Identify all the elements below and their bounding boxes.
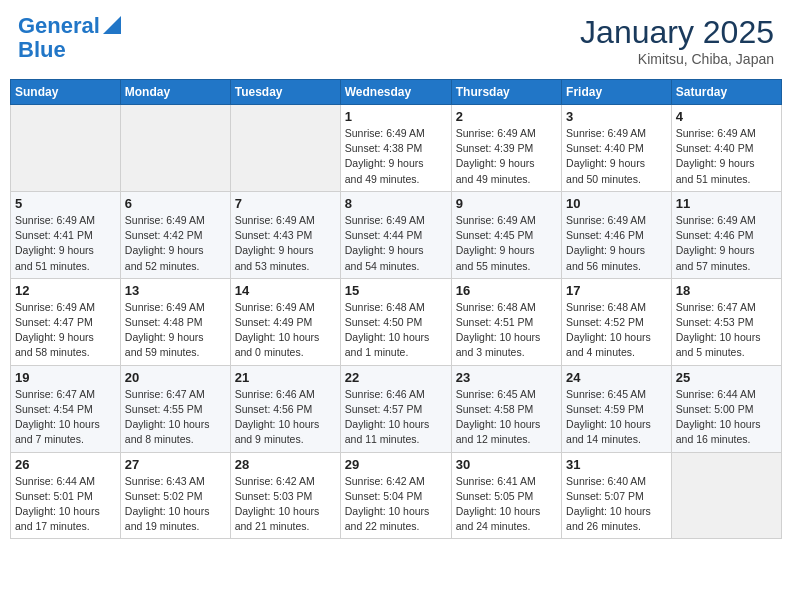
weekday-header-thursday: Thursday: [451, 80, 561, 105]
day-info: Sunrise: 6:49 AMSunset: 4:44 PMDaylight:…: [345, 213, 447, 274]
day-info: Sunrise: 6:49 AMSunset: 4:48 PMDaylight:…: [125, 300, 226, 361]
day-info: Sunrise: 6:42 AMSunset: 5:04 PMDaylight:…: [345, 474, 447, 535]
day-info: Sunrise: 6:41 AMSunset: 5:05 PMDaylight:…: [456, 474, 557, 535]
day-number: 24: [566, 370, 667, 385]
day-number: 21: [235, 370, 336, 385]
day-info: Sunrise: 6:49 AMSunset: 4:47 PMDaylight:…: [15, 300, 116, 361]
day-info: Sunrise: 6:49 AMSunset: 4:41 PMDaylight:…: [15, 213, 116, 274]
day-number: 29: [345, 457, 447, 472]
calendar-cell: 20Sunrise: 6:47 AMSunset: 4:55 PMDayligh…: [120, 365, 230, 452]
calendar-cell: 27Sunrise: 6:43 AMSunset: 5:02 PMDayligh…: [120, 452, 230, 539]
page-header: General Blue January 2025 Kimitsu, Chiba…: [10, 10, 782, 71]
logo-text-blue: Blue: [18, 38, 66, 62]
calendar-cell: 11Sunrise: 6:49 AMSunset: 4:46 PMDayligh…: [671, 191, 781, 278]
day-info: Sunrise: 6:49 AMSunset: 4:38 PMDaylight:…: [345, 126, 447, 187]
svg-marker-0: [103, 16, 121, 34]
day-info: Sunrise: 6:49 AMSunset: 4:40 PMDaylight:…: [676, 126, 777, 187]
calendar-cell: [671, 452, 781, 539]
day-number: 26: [15, 457, 116, 472]
day-info: Sunrise: 6:45 AMSunset: 4:59 PMDaylight:…: [566, 387, 667, 448]
calendar-cell: 21Sunrise: 6:46 AMSunset: 4:56 PMDayligh…: [230, 365, 340, 452]
day-info: Sunrise: 6:47 AMSunset: 4:55 PMDaylight:…: [125, 387, 226, 448]
day-info: Sunrise: 6:49 AMSunset: 4:39 PMDaylight:…: [456, 126, 557, 187]
day-info: Sunrise: 6:46 AMSunset: 4:56 PMDaylight:…: [235, 387, 336, 448]
calendar-cell: 1Sunrise: 6:49 AMSunset: 4:38 PMDaylight…: [340, 105, 451, 192]
calendar-cell: [11, 105, 121, 192]
week-row-1: 1Sunrise: 6:49 AMSunset: 4:38 PMDaylight…: [11, 105, 782, 192]
calendar-cell: [120, 105, 230, 192]
day-number: 28: [235, 457, 336, 472]
calendar-cell: [230, 105, 340, 192]
calendar-cell: 15Sunrise: 6:48 AMSunset: 4:50 PMDayligh…: [340, 278, 451, 365]
day-info: Sunrise: 6:49 AMSunset: 4:40 PMDaylight:…: [566, 126, 667, 187]
day-number: 10: [566, 196, 667, 211]
calendar-cell: 12Sunrise: 6:49 AMSunset: 4:47 PMDayligh…: [11, 278, 121, 365]
day-number: 15: [345, 283, 447, 298]
day-number: 17: [566, 283, 667, 298]
day-number: 4: [676, 109, 777, 124]
weekday-header-monday: Monday: [120, 80, 230, 105]
week-row-2: 5Sunrise: 6:49 AMSunset: 4:41 PMDaylight…: [11, 191, 782, 278]
calendar-cell: 6Sunrise: 6:49 AMSunset: 4:42 PMDaylight…: [120, 191, 230, 278]
day-info: Sunrise: 6:48 AMSunset: 4:50 PMDaylight:…: [345, 300, 447, 361]
weekday-header-wednesday: Wednesday: [340, 80, 451, 105]
day-info: Sunrise: 6:44 AMSunset: 5:01 PMDaylight:…: [15, 474, 116, 535]
weekday-header-tuesday: Tuesday: [230, 80, 340, 105]
day-number: 13: [125, 283, 226, 298]
day-info: Sunrise: 6:43 AMSunset: 5:02 PMDaylight:…: [125, 474, 226, 535]
day-info: Sunrise: 6:49 AMSunset: 4:49 PMDaylight:…: [235, 300, 336, 361]
day-number: 22: [345, 370, 447, 385]
day-number: 3: [566, 109, 667, 124]
day-info: Sunrise: 6:42 AMSunset: 5:03 PMDaylight:…: [235, 474, 336, 535]
day-info: Sunrise: 6:45 AMSunset: 4:58 PMDaylight:…: [456, 387, 557, 448]
day-info: Sunrise: 6:44 AMSunset: 5:00 PMDaylight:…: [676, 387, 777, 448]
logo-text-general: General: [18, 14, 100, 38]
day-info: Sunrise: 6:49 AMSunset: 4:43 PMDaylight:…: [235, 213, 336, 274]
calendar-cell: 8Sunrise: 6:49 AMSunset: 4:44 PMDaylight…: [340, 191, 451, 278]
day-number: 5: [15, 196, 116, 211]
week-row-4: 19Sunrise: 6:47 AMSunset: 4:54 PMDayligh…: [11, 365, 782, 452]
day-number: 12: [15, 283, 116, 298]
calendar-cell: 16Sunrise: 6:48 AMSunset: 4:51 PMDayligh…: [451, 278, 561, 365]
calendar-cell: 5Sunrise: 6:49 AMSunset: 4:41 PMDaylight…: [11, 191, 121, 278]
calendar-table: SundayMondayTuesdayWednesdayThursdayFrid…: [10, 79, 782, 539]
day-number: 27: [125, 457, 226, 472]
calendar-cell: 18Sunrise: 6:47 AMSunset: 4:53 PMDayligh…: [671, 278, 781, 365]
day-number: 14: [235, 283, 336, 298]
calendar-cell: 13Sunrise: 6:49 AMSunset: 4:48 PMDayligh…: [120, 278, 230, 365]
calendar-cell: 26Sunrise: 6:44 AMSunset: 5:01 PMDayligh…: [11, 452, 121, 539]
calendar-cell: 4Sunrise: 6:49 AMSunset: 4:40 PMDaylight…: [671, 105, 781, 192]
calendar-cell: 24Sunrise: 6:45 AMSunset: 4:59 PMDayligh…: [562, 365, 672, 452]
calendar-cell: 30Sunrise: 6:41 AMSunset: 5:05 PMDayligh…: [451, 452, 561, 539]
title-area: January 2025 Kimitsu, Chiba, Japan: [580, 14, 774, 67]
calendar-cell: 9Sunrise: 6:49 AMSunset: 4:45 PMDaylight…: [451, 191, 561, 278]
weekday-header-friday: Friday: [562, 80, 672, 105]
day-info: Sunrise: 6:46 AMSunset: 4:57 PMDaylight:…: [345, 387, 447, 448]
calendar-cell: 3Sunrise: 6:49 AMSunset: 4:40 PMDaylight…: [562, 105, 672, 192]
day-info: Sunrise: 6:49 AMSunset: 4:42 PMDaylight:…: [125, 213, 226, 274]
weekday-header-sunday: Sunday: [11, 80, 121, 105]
day-info: Sunrise: 6:47 AMSunset: 4:54 PMDaylight:…: [15, 387, 116, 448]
calendar-cell: 31Sunrise: 6:40 AMSunset: 5:07 PMDayligh…: [562, 452, 672, 539]
month-title: January 2025: [580, 14, 774, 51]
day-number: 9: [456, 196, 557, 211]
day-info: Sunrise: 6:48 AMSunset: 4:51 PMDaylight:…: [456, 300, 557, 361]
day-info: Sunrise: 6:49 AMSunset: 4:46 PMDaylight:…: [566, 213, 667, 274]
logo-icon: [103, 16, 121, 34]
calendar-cell: 10Sunrise: 6:49 AMSunset: 4:46 PMDayligh…: [562, 191, 672, 278]
weekday-header-row: SundayMondayTuesdayWednesdayThursdayFrid…: [11, 80, 782, 105]
day-number: 31: [566, 457, 667, 472]
day-info: Sunrise: 6:48 AMSunset: 4:52 PMDaylight:…: [566, 300, 667, 361]
day-number: 23: [456, 370, 557, 385]
day-info: Sunrise: 6:47 AMSunset: 4:53 PMDaylight:…: [676, 300, 777, 361]
day-number: 20: [125, 370, 226, 385]
day-number: 19: [15, 370, 116, 385]
day-number: 7: [235, 196, 336, 211]
day-number: 8: [345, 196, 447, 211]
week-row-3: 12Sunrise: 6:49 AMSunset: 4:47 PMDayligh…: [11, 278, 782, 365]
calendar-cell: 14Sunrise: 6:49 AMSunset: 4:49 PMDayligh…: [230, 278, 340, 365]
day-number: 11: [676, 196, 777, 211]
calendar-cell: 19Sunrise: 6:47 AMSunset: 4:54 PMDayligh…: [11, 365, 121, 452]
day-info: Sunrise: 6:49 AMSunset: 4:46 PMDaylight:…: [676, 213, 777, 274]
calendar-cell: 25Sunrise: 6:44 AMSunset: 5:00 PMDayligh…: [671, 365, 781, 452]
